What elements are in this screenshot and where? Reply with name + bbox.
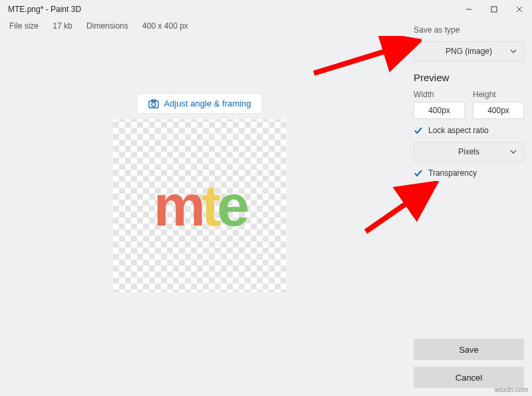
save-button[interactable]: Save (414, 339, 524, 360)
main-area: Adjust angle & framing mte (0, 32, 399, 396)
titlebar: MTE.png* - Paint 3D (0, 0, 532, 19)
checkmark-icon (414, 168, 423, 178)
sidebar: Save as type PNG (image) Preview Width H… (406, 19, 532, 396)
minimize-icon (466, 6, 472, 13)
file-size-label: File size (9, 21, 39, 31)
lock-aspect-label: Lock aspect ratio (428, 126, 489, 135)
chevron-down-icon (510, 49, 517, 53)
svg-point-5 (152, 102, 156, 106)
save-as-type-label: Save as type (414, 25, 524, 35)
svg-rect-1 (491, 7, 497, 12)
watermark: wsxdn.com (495, 386, 528, 393)
file-type-value: PNG (image) (446, 47, 492, 56)
close-icon (516, 6, 523, 13)
window-title: MTE.png* - Paint 3D (8, 5, 81, 14)
logo-letter-m: m (154, 172, 201, 238)
file-type-dropdown[interactable]: PNG (image) (414, 41, 524, 61)
dimensions-label: Dimensions (86, 21, 128, 31)
logo-letter-e: e (217, 172, 245, 238)
units-dropdown[interactable]: Pixels (414, 142, 524, 162)
width-label: Width (414, 90, 465, 99)
height-label: Height (473, 90, 524, 99)
adjust-angle-button[interactable]: Adjust angle & framing (137, 93, 263, 114)
camera-icon (148, 99, 159, 108)
chevron-down-icon (510, 150, 517, 154)
maximize-icon (491, 6, 497, 13)
image-canvas[interactable]: mte (113, 119, 286, 292)
close-button[interactable] (507, 0, 532, 19)
units-value: Pixels (458, 147, 479, 156)
preview-heading: Preview (414, 72, 524, 83)
file-size-value: 17 kb (53, 21, 72, 31)
image-content: mte (154, 172, 246, 240)
transparency-checkbox[interactable]: Transparency (414, 168, 524, 178)
transparency-label: Transparency (428, 168, 477, 178)
minimize-button[interactable] (456, 0, 481, 19)
window-controls (456, 0, 532, 19)
cancel-button[interactable]: Cancel (414, 367, 524, 388)
dimensions-row: Width Height (414, 90, 524, 119)
maximize-button[interactable] (481, 0, 507, 19)
svg-rect-6 (152, 100, 156, 101)
adjust-angle-label: Adjust angle & framing (164, 99, 251, 108)
height-input[interactable] (473, 102, 524, 119)
dimensions-value: 400 x 400 px (142, 21, 188, 31)
width-input[interactable] (414, 102, 465, 119)
lock-aspect-checkbox[interactable]: Lock aspect ratio (414, 126, 524, 135)
checkmark-icon (414, 126, 423, 135)
logo-letter-t: t (201, 172, 217, 238)
